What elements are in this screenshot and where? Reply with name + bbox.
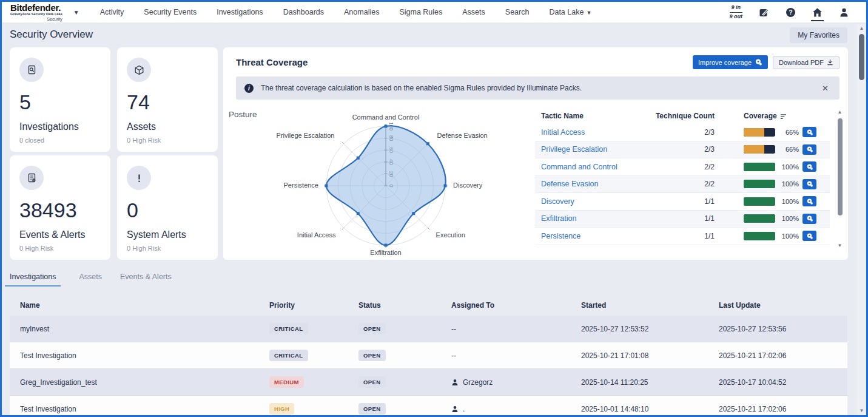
threat-coverage-header: Threat Coverage Improve coverage Downloa… bbox=[223, 47, 848, 69]
download-pdf-label: Download PDF bbox=[779, 59, 824, 66]
improve-coverage-label: Improve coverage bbox=[698, 59, 752, 66]
scroll-down-icon[interactable]: ▼ bbox=[838, 242, 843, 250]
status-badge: OPEN bbox=[358, 403, 386, 415]
tactic-name-link[interactable]: Command and Control bbox=[535, 163, 653, 171]
nav-item-search[interactable]: Search▼ bbox=[505, 8, 530, 16]
view-sigma-rules-button[interactable] bbox=[802, 127, 816, 137]
home-icon[interactable] bbox=[812, 7, 823, 18]
started-header: Started bbox=[571, 301, 708, 310]
investigation-row[interactable]: Test Investigation CRITICAL OPEN -- 2025… bbox=[10, 342, 847, 369]
coverage-percent: 100% bbox=[779, 180, 799, 188]
download-pdf-button[interactable]: Download PDF bbox=[773, 56, 839, 69]
coverage-scrollbar-thumb[interactable] bbox=[838, 118, 843, 215]
technique-count-value: 1/1 bbox=[653, 197, 744, 206]
threat-coverage-panel: Threat Coverage Improve coverage Downloa… bbox=[223, 47, 848, 260]
session-in-out-indicator: 9 in 9 out bbox=[730, 4, 743, 20]
summary-cards: 5 Investigations 0 closed 74 Assets 0 Hi… bbox=[10, 47, 218, 260]
svg-text:Discovery: Discovery bbox=[453, 181, 483, 189]
app-window: Bitdefender. GravityZone Security Data L… bbox=[0, 0, 868, 417]
tactic-coverage-row: Initial Access 2/3 66% bbox=[535, 124, 830, 141]
tactic-name-link[interactable]: Defense Evasion bbox=[535, 180, 653, 188]
last-update-header: Last Update bbox=[708, 301, 847, 310]
tactic-name-link[interactable]: Exfiltration bbox=[535, 214, 653, 223]
summary-card-investigations[interactable]: 5 Investigations 0 closed bbox=[10, 47, 110, 152]
threat-coverage-title: Threat Coverage bbox=[236, 57, 308, 67]
summary-card-subtext: 0 High Risk bbox=[127, 137, 208, 144]
logo-brand-text: Bitdefender. bbox=[10, 3, 62, 12]
bitdefender-logo[interactable]: Bitdefender. GravityZone Security Data L… bbox=[10, 3, 62, 21]
user-icon[interactable] bbox=[839, 7, 849, 18]
nav-item-security-events[interactable]: Security Events▼ bbox=[144, 8, 197, 16]
summary-card-subtext: 0 High Risk bbox=[127, 245, 208, 252]
technique-count-value: 2/3 bbox=[653, 145, 744, 154]
svg-text:Exfiltration: Exfiltration bbox=[370, 249, 401, 256]
coverage-bar bbox=[744, 163, 775, 171]
view-sigma-rules-button[interactable] bbox=[802, 214, 816, 224]
coverage-percent: 66% bbox=[779, 146, 799, 153]
nav-item-activity[interactable]: Activity▼ bbox=[100, 8, 124, 16]
priority-badge: HIGH bbox=[269, 403, 294, 415]
investigation-row[interactable]: Test Investigation HIGH OPEN . 2025-10-0… bbox=[10, 396, 847, 415]
tactic-name-link[interactable]: Privilege Escalation bbox=[535, 145, 653, 154]
scroll-up-icon[interactable]: ▲ bbox=[838, 108, 843, 117]
technique-count-value: 2/3 bbox=[653, 128, 744, 137]
assignee-name: . bbox=[463, 405, 465, 413]
page-scrollbar[interactable]: ▲ ▼ bbox=[857, 24, 866, 415]
summary-card-assets[interactable]: 74 Assets 0 High Risk bbox=[117, 47, 218, 152]
tab-investigations[interactable]: Investigations bbox=[5, 273, 61, 286]
nav-item-investigations[interactable]: Investigations▼ bbox=[217, 8, 263, 16]
page-scrollbar-thumb[interactable] bbox=[859, 34, 864, 80]
sort-icon[interactable] bbox=[780, 113, 787, 119]
investigation-row[interactable]: Greg_Investigation_test MEDIUM OPEN Grze… bbox=[10, 369, 847, 396]
tab-events-alerts[interactable]: Events & Alerts bbox=[120, 273, 172, 286]
name-header: Name bbox=[10, 301, 259, 310]
nav-item-sigma-rules[interactable]: Sigma Rules▼ bbox=[399, 8, 442, 16]
investigations-table-header: Name Priority Status Assigned To Started… bbox=[10, 295, 847, 316]
svg-text:Command and Control: Command and Control bbox=[352, 114, 420, 121]
tactic-coverage-row: Discovery 1/1 100% bbox=[535, 193, 830, 211]
view-sigma-rules-button[interactable] bbox=[802, 196, 816, 206]
summary-card-subtext: 0 High Risk bbox=[19, 245, 101, 252]
page-scroll-down-icon[interactable]: ▼ bbox=[860, 407, 864, 415]
my-favorites-button[interactable]: My Favorites bbox=[790, 27, 847, 43]
summary-card-label: Assets bbox=[127, 121, 208, 132]
view-sigma-rules-button[interactable] bbox=[802, 231, 816, 241]
view-sigma-rules-button[interactable] bbox=[802, 161, 816, 172]
nav-item-data-lake[interactable]: Data Lake▼ bbox=[549, 8, 591, 16]
assignee-user-icon bbox=[451, 379, 459, 386]
svg-text:?: ? bbox=[789, 9, 792, 16]
page-scroll-up-icon[interactable]: ▲ bbox=[860, 24, 864, 33]
tactic-coverage-row: Privilege Escalation 2/3 66% bbox=[535, 141, 830, 159]
started-timestamp: 2025-10-14 11:20:25 bbox=[571, 378, 708, 387]
svg-text:Persistence: Persistence bbox=[284, 181, 318, 189]
svg-text:Execution: Execution bbox=[436, 231, 465, 239]
investigation-row[interactable]: myInvest CRITICAL OPEN -- 2025-10-27 12:… bbox=[10, 316, 847, 342]
summary-card-events-alerts[interactable]: i 38493 Events & Alerts 0 High Risk bbox=[10, 155, 110, 260]
nav-item-anomalies[interactable]: Anomalies▼ bbox=[344, 8, 379, 16]
tab-assets[interactable]: Assets bbox=[79, 273, 102, 286]
tactic-name-link[interactable]: Initial Access bbox=[535, 128, 653, 137]
compose-icon[interactable] bbox=[759, 7, 769, 18]
investigations-rows: myInvest CRITICAL OPEN -- 2025-10-27 12:… bbox=[10, 316, 847, 415]
view-sigma-rules-button[interactable] bbox=[802, 144, 816, 155]
last-update-timestamp: 2025-10-21 17:02:06 bbox=[708, 351, 847, 360]
coverage-header[interactable]: Coverage bbox=[744, 112, 830, 120]
tactic-name-link[interactable]: Discovery bbox=[535, 197, 653, 206]
nav-item-dashboards[interactable]: Dashboards▼ bbox=[283, 8, 324, 16]
coverage-table-scrollbar[interactable]: ▲ ▼ bbox=[836, 108, 844, 250]
help-icon[interactable]: ? bbox=[786, 7, 796, 18]
product-switcher-caret-icon[interactable]: ▼ bbox=[73, 9, 79, 16]
coverage-bar bbox=[744, 232, 775, 240]
improve-coverage-button[interactable]: Improve coverage bbox=[693, 55, 768, 69]
summary-card-label: Events & Alerts bbox=[19, 229, 101, 240]
technique-count-value: 2/2 bbox=[653, 163, 744, 171]
tactic-name-link[interactable]: Persistence bbox=[535, 232, 653, 240]
investigation-name: Greg_Investigation_test bbox=[10, 378, 259, 387]
nav-item-assets[interactable]: Assets▼ bbox=[462, 8, 485, 16]
coverage-bar bbox=[744, 145, 775, 154]
svg-text:Initial Access: Initial Access bbox=[297, 231, 336, 239]
investigations-table: Name Priority Status Assigned To Started… bbox=[10, 295, 847, 415]
view-sigma-rules-button[interactable] bbox=[802, 179, 816, 189]
banner-close-icon[interactable]: ✕ bbox=[819, 83, 831, 94]
summary-card-system-alerts[interactable]: 0 System Alerts 0 High Risk bbox=[117, 155, 218, 260]
